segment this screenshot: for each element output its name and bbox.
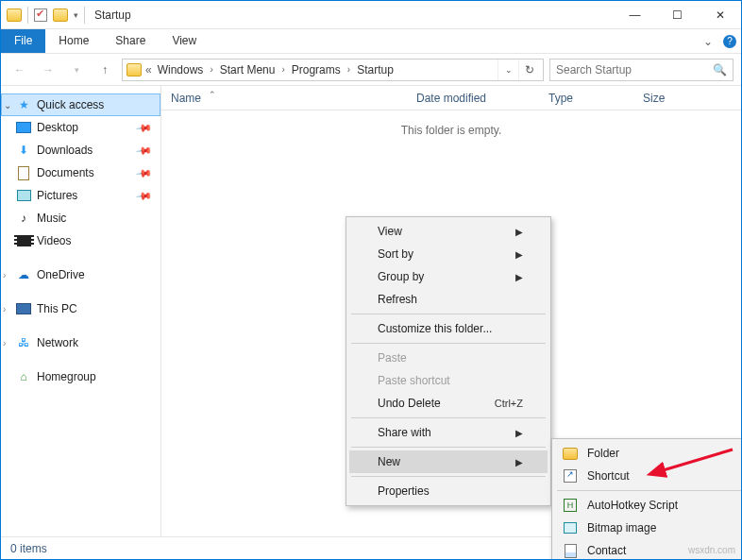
menu-separator	[351, 343, 546, 344]
homegroup-icon: ⌂	[16, 369, 31, 384]
sidebar-item-onedrive[interactable]: › ☁ OneDrive	[1, 263, 160, 286]
breadcrumb[interactable]: Start Menu	[216, 61, 279, 78]
menu-item-view[interactable]: View▶	[349, 220, 548, 243]
maximize-button[interactable]: ☐	[656, 1, 699, 28]
menu-label: Paste shortcut	[378, 374, 450, 387]
forward-button[interactable]: →	[37, 59, 59, 81]
sidebar-label: Music	[37, 212, 66, 225]
refresh-button[interactable]: ↻	[518, 59, 539, 80]
breadcrumb[interactable]: Windows	[154, 61, 208, 78]
sidebar-item-this-pc[interactable]: › This PC	[1, 297, 160, 320]
window-title: Startup	[94, 8, 131, 22]
chevron-icon[interactable]: ›	[209, 64, 213, 75]
ribbon-expand-icon[interactable]: ⌄	[698, 29, 718, 53]
address-bar[interactable]: « Windows › Start Menu › Programs › Star…	[122, 59, 544, 81]
sidebar-item-homegroup[interactable]: ⌂ Homegroup	[1, 365, 160, 388]
new-submenu: Folder Shortcut HAutoHotkey Script Bitma…	[551, 438, 742, 560]
menu-item-share-with[interactable]: Share with▶	[349, 421, 548, 444]
main-area: ⌄ ★ Quick access Desktop 📌 ⬇ Downloads 📌…	[1, 86, 741, 536]
menu-item-group-by[interactable]: Group by▶	[349, 265, 548, 288]
pin-icon: 📌	[135, 119, 153, 137]
chevron-icon[interactable]: ›	[280, 64, 285, 75]
qat-dropdown-icon[interactable]: ▾	[74, 10, 78, 20]
view-tab[interactable]: View	[159, 29, 210, 53]
chevron-icon[interactable]: ›	[346, 64, 351, 75]
sidebar-label: This PC	[37, 302, 77, 315]
expand-icon[interactable]: ›	[3, 338, 6, 348]
menu-item-new-bitmap[interactable]: Bitmap image	[555, 517, 742, 539]
search-icon[interactable]: 🔍	[713, 63, 727, 76]
chevron-icon[interactable]: «	[145, 63, 152, 76]
breadcrumb[interactable]: Startup	[353, 61, 397, 78]
menu-label: Group by	[378, 270, 424, 283]
menu-separator	[351, 417, 546, 418]
navigation-bar: ← → ▾ ↑ « Windows › Start Menu › Program…	[1, 54, 741, 86]
properties-qat-button[interactable]	[34, 8, 47, 22]
pin-icon: 📌	[135, 164, 153, 182]
sidebar-label: Desktop	[37, 121, 78, 134]
menu-item-refresh[interactable]: Refresh	[349, 288, 548, 311]
close-button[interactable]: ✕	[699, 1, 741, 28]
column-size[interactable]: Size	[633, 92, 674, 105]
folder-icon[interactable]	[7, 8, 22, 22]
address-dropdown-icon[interactable]: ⌄	[497, 59, 518, 80]
menu-item-new-ahk[interactable]: HAutoHotkey Script	[555, 494, 742, 517]
search-input[interactable]	[556, 63, 713, 76]
menu-separator	[351, 447, 546, 448]
expand-icon[interactable]: ›	[3, 304, 6, 314]
network-icon: 🖧	[16, 335, 31, 350]
menu-item-properties[interactable]: Properties	[349, 480, 548, 502]
separator	[27, 7, 28, 24]
menu-item-sort-by[interactable]: Sort by▶	[349, 243, 548, 265]
column-name[interactable]: Name⌃	[161, 92, 407, 105]
expand-icon[interactable]: ›	[3, 270, 6, 280]
submenu-arrow-icon: ▶	[493, 249, 523, 260]
sidebar-label: Pictures	[37, 189, 77, 202]
sidebar-item-network[interactable]: › 🖧 Network	[1, 331, 160, 354]
back-button[interactable]: ←	[8, 59, 31, 81]
downloads-icon: ⬇	[16, 143, 31, 158]
menu-label: Customize this folder...	[378, 322, 492, 335]
separator	[84, 7, 85, 24]
videos-icon	[17, 235, 31, 246]
collapse-icon[interactable]: ⌄	[4, 100, 11, 110]
sidebar-item-music[interactable]: ♪ Music	[1, 207, 160, 229]
column-date-modified[interactable]: Date modified	[407, 92, 539, 105]
menu-label: View	[378, 225, 402, 238]
menu-label: Undo Delete	[378, 397, 441, 410]
column-type[interactable]: Type	[539, 92, 633, 105]
search-box[interactable]: 🔍	[549, 59, 734, 81]
content-pane[interactable]: Name⌃ Date modified Type Size This folde…	[161, 86, 741, 536]
share-tab[interactable]: Share	[102, 29, 159, 53]
sidebar-item-documents[interactable]: Documents 📌	[1, 161, 160, 184]
menu-item-new[interactable]: New▶	[349, 450, 548, 473]
file-tab[interactable]: File	[1, 29, 45, 53]
contact-icon	[565, 544, 577, 558]
menu-label: Share with	[378, 426, 431, 439]
menu-item-undo-delete[interactable]: Undo DeleteCtrl+Z	[349, 392, 548, 415]
help-button[interactable]: ?	[718, 29, 741, 53]
history-dropdown-icon[interactable]: ▾	[65, 59, 88, 81]
submenu-arrow-icon: ▶	[493, 428, 523, 438]
sidebar-item-quick-access[interactable]: ⌄ ★ Quick access	[1, 93, 160, 116]
sort-indicator-icon: ⌃	[209, 90, 216, 99]
breadcrumb[interactable]: Programs	[288, 61, 345, 78]
menu-item-customize[interactable]: Customize this folder...	[349, 317, 548, 340]
home-tab[interactable]: Home	[45, 29, 102, 53]
sidebar-item-desktop[interactable]: Desktop 📌	[1, 116, 160, 139]
sidebar-item-downloads[interactable]: ⬇ Downloads 📌	[1, 139, 160, 161]
minimize-button[interactable]: —	[614, 1, 656, 28]
folder-icon	[563, 448, 578, 460]
menu-item-new-shortcut[interactable]: Shortcut	[555, 465, 742, 487]
menu-item-new-folder[interactable]: Folder	[555, 442, 742, 465]
menu-label: Contact	[587, 544, 626, 557]
submenu-arrow-icon: ▶	[493, 457, 523, 467]
bitmap-icon	[564, 522, 577, 534]
music-icon: ♪	[16, 211, 31, 226]
new-folder-qat-button[interactable]	[53, 8, 68, 22]
up-button[interactable]: ↑	[93, 59, 116, 81]
navigation-pane: ⌄ ★ Quick access Desktop 📌 ⬇ Downloads 📌…	[1, 86, 161, 536]
submenu-arrow-icon: ▶	[493, 227, 523, 237]
sidebar-item-videos[interactable]: Videos	[1, 229, 160, 252]
sidebar-item-pictures[interactable]: Pictures 📌	[1, 184, 160, 207]
